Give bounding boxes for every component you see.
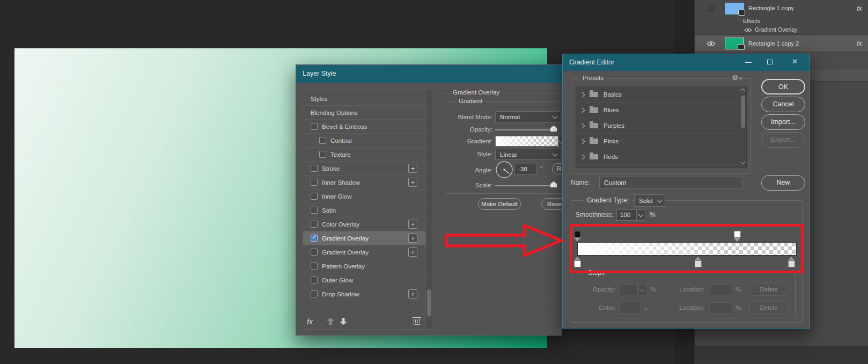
- blend-mode-select[interactable]: Normal: [495, 111, 561, 122]
- chevron-right-icon[interactable]: [580, 139, 585, 144]
- stop-location-input[interactable]: [710, 302, 732, 314]
- checkbox[interactable]: [311, 221, 318, 228]
- preset-folder-basics[interactable]: Basics: [576, 87, 746, 103]
- list-item-gradient-overlay-selected[interactable]: ✓Gradient Overlay+: [303, 231, 426, 245]
- make-default-button[interactable]: Make Default: [478, 198, 521, 210]
- import-button[interactable]: Import...: [761, 114, 805, 130]
- reset-button-partial[interactable]: Reset: [541, 198, 562, 210]
- smoothness-input[interactable]: 100: [616, 209, 637, 221]
- list-scrollbar[interactable]: [425, 90, 432, 329]
- move-up-icon[interactable]: [327, 318, 334, 325]
- list-item-inner-shadow[interactable]: Inner Shadow+: [303, 176, 426, 190]
- checkbox[interactable]: [311, 207, 318, 214]
- preset-folder-reds[interactable]: Reds: [576, 149, 746, 165]
- list-item-styles[interactable]: Styles: [303, 92, 426, 106]
- gear-icon[interactable]: ⚙: [730, 74, 744, 82]
- scroll-down-icon[interactable]: [740, 159, 746, 165]
- fx-icon[interactable]: fx: [857, 39, 862, 47]
- cancel-button[interactable]: Cancel: [761, 97, 805, 112]
- preset-folder-pinks[interactable]: Pinks: [576, 134, 746, 149]
- layer-thumbnail[interactable]: [725, 38, 744, 49]
- list-item-drop-shadow[interactable]: Drop Shadow+: [303, 287, 426, 301]
- chevron-right-icon[interactable]: [580, 123, 585, 128]
- effect-item-row[interactable]: Gradient Overlay: [695, 26, 868, 34]
- export-button[interactable]: Export...: [761, 132, 805, 148]
- add-instance-button[interactable]: +: [408, 247, 417, 257]
- gradient-swatch[interactable]: [495, 136, 558, 147]
- style-select[interactable]: Linear: [495, 149, 561, 160]
- list-item-satin[interactable]: Satin: [303, 203, 426, 217]
- checkbox[interactable]: [311, 263, 318, 270]
- new-button[interactable]: New: [761, 175, 805, 191]
- angle-dial[interactable]: [495, 161, 513, 179]
- stop-color-swatch[interactable]: [620, 302, 641, 314]
- opacity-slider[interactable]: [495, 129, 555, 130]
- list-item-pattern-overlay[interactable]: Pattern Overlay: [303, 259, 426, 273]
- effects-row[interactable]: Effects: [695, 17, 868, 26]
- gradient-type-select[interactable]: Solid: [634, 194, 665, 207]
- chevron-right-icon[interactable]: [580, 92, 585, 97]
- add-instance-button[interactable]: +: [408, 289, 417, 299]
- eye-icon[interactable]: [744, 27, 752, 33]
- reset-alignment-button-partial[interactable]: R: [552, 163, 562, 174]
- chevron-right-icon[interactable]: [580, 154, 585, 159]
- smoothness-dropdown-button[interactable]: [637, 209, 645, 221]
- checkbox[interactable]: [311, 123, 318, 130]
- layer-name[interactable]: Rectangle 1 copy 2: [748, 40, 799, 47]
- stop-opacity-input[interactable]: [620, 284, 638, 295]
- scrollbar-thumb[interactable]: [741, 96, 745, 128]
- list-item-outer-glow[interactable]: Outer Glow: [303, 273, 426, 287]
- preset-folder-purples[interactable]: Purples: [576, 118, 746, 134]
- add-instance-button[interactable]: +: [408, 164, 417, 173]
- checkbox[interactable]: [319, 151, 326, 158]
- list-item-bevel-emboss[interactable]: Bevel & Emboss: [303, 120, 426, 134]
- checkbox[interactable]: [311, 165, 318, 172]
- minimize-icon[interactable]: [745, 62, 752, 63]
- chevron-right-icon[interactable]: [580, 107, 585, 113]
- checkbox-checked[interactable]: ✓: [311, 235, 318, 242]
- add-instance-button[interactable]: +: [408, 178, 417, 187]
- checkbox[interactable]: [319, 137, 326, 144]
- list-item-blending-options[interactable]: Blending Options: [303, 106, 426, 120]
- checkbox[interactable]: [311, 276, 318, 283]
- delete-effect-icon[interactable]: [414, 318, 420, 325]
- list-item-gradient-overlay-2[interactable]: Gradient Overlay+: [303, 245, 426, 259]
- list-item-texture[interactable]: Texture: [303, 148, 426, 162]
- angle-input[interactable]: -38: [514, 164, 537, 174]
- stop-location-input[interactable]: [710, 284, 732, 295]
- checkbox[interactable]: [311, 179, 318, 186]
- scroll-up-icon[interactable]: [740, 89, 746, 94]
- checkbox[interactable]: [311, 249, 318, 256]
- preset-folder-blues[interactable]: Blues: [576, 103, 746, 118]
- eye-icon[interactable]: [707, 41, 716, 47]
- checkbox[interactable]: [311, 193, 318, 200]
- fx-icon[interactable]: fx: [857, 4, 862, 12]
- list-item-color-overlay[interactable]: Color Overlay+: [303, 217, 426, 231]
- list-item-stroke[interactable]: Stroke+: [303, 162, 426, 176]
- stop-opacity-dropdown[interactable]: [638, 284, 646, 295]
- move-down-icon[interactable]: [340, 318, 347, 325]
- visibility-toggle-empty[interactable]: [708, 5, 715, 12]
- ok-button[interactable]: OK: [761, 79, 805, 94]
- close-icon[interactable]: ✕: [792, 57, 798, 65]
- preset-scrollbar[interactable]: [739, 87, 746, 168]
- gradient-picker-button[interactable]: [558, 136, 562, 147]
- checkbox[interactable]: [311, 290, 318, 297]
- layer-name[interactable]: Rectangle 1 copy: [748, 5, 794, 11]
- list-item-contour[interactable]: Contour: [303, 134, 426, 148]
- fx-menu-icon[interactable]: fx: [307, 317, 313, 326]
- layer-row[interactable]: Rectangle 1 copy fx: [695, 0, 868, 17]
- add-instance-button[interactable]: +: [408, 234, 417, 243]
- layer-row-selected[interactable]: Rectangle 1 copy 2 fx: [695, 34, 868, 52]
- scrollbar-thumb[interactable]: [427, 289, 431, 316]
- layer-style-titlebar[interactable]: Layer Style: [296, 65, 562, 83]
- maximize-icon[interactable]: [767, 60, 773, 64]
- name-input[interactable]: Custom: [599, 177, 742, 188]
- layer-thumbnail[interactable]: [725, 3, 744, 14]
- gradient-editor-titlebar[interactable]: Gradient Editor ✕: [563, 54, 810, 71]
- delete-opacity-stop-button[interactable]: Delete: [749, 283, 788, 296]
- add-instance-button[interactable]: +: [408, 220, 417, 229]
- delete-color-stop-button[interactable]: Delete: [749, 301, 788, 314]
- list-item-inner-glow[interactable]: Inner Glow: [303, 190, 426, 203]
- scale-slider[interactable]: [495, 185, 555, 186]
